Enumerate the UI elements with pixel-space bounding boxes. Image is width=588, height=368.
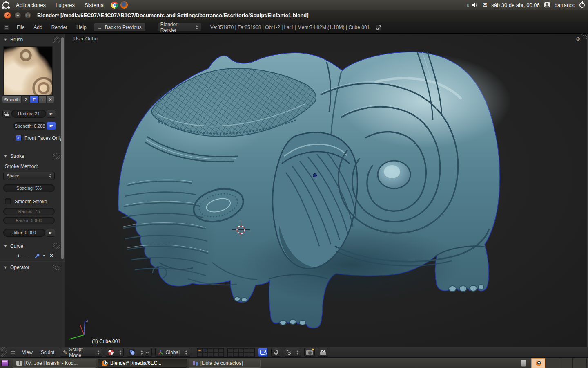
- user-avatar[interactable]: [544, 2, 550, 8]
- opengl-render-button[interactable]: [304, 348, 315, 357]
- media-player-icon: [16, 361, 22, 366]
- back-to-previous-button[interactable]: ← Back to Previous: [94, 23, 146, 31]
- snap-toggle-button[interactable]: [271, 348, 281, 357]
- panel-drag-icon[interactable]: [53, 265, 60, 270]
- blender-icon: [102, 360, 108, 366]
- brush-unlink-button[interactable]: ✕: [46, 96, 54, 103]
- power-icon[interactable]: [579, 2, 585, 8]
- curve-point-button[interactable]: ●: [41, 252, 47, 259]
- workspace-2[interactable]: [545, 358, 559, 368]
- task-contact-list[interactable]: [Lista de contactos]: [189, 359, 261, 368]
- task-label: [07. Joe Hisaishi - Kod...: [24, 360, 78, 366]
- viewport-3d[interactable]: z User Ortho (1) Cube.001 ⊕: [65, 34, 588, 347]
- ubuntu-logo-icon[interactable]: [2, 2, 9, 9]
- updown-arrows-icon: [137, 350, 143, 355]
- workspace-4[interactable]: [573, 358, 587, 368]
- brush-users-count[interactable]: 2: [22, 96, 30, 103]
- task-blender[interactable]: Blender* [/media/6EC...: [98, 359, 187, 368]
- panel-drag-icon[interactable]: [53, 153, 60, 159]
- radius-slider[interactable]: Radius: 24: [11, 110, 46, 118]
- menu-add[interactable]: Add: [29, 25, 47, 30]
- tool-shelf: ▼ Brush Smooth 2 F + ✕ Radius: 24 ☛ Stre…: [0, 34, 65, 347]
- sculpt-scene: z: [65, 34, 588, 347]
- menu-help[interactable]: Help: [72, 25, 91, 30]
- mode-value: Sculpt Mode: [69, 347, 92, 358]
- window-maximize-button[interactable]: ▢: [24, 12, 31, 19]
- radius-pressure-icon[interactable]: ☛: [47, 110, 56, 118]
- workspace-current[interactable]: [531, 358, 545, 368]
- volume-icon[interactable]: [472, 2, 478, 8]
- curve-wrench-icon[interactable]: [32, 252, 41, 259]
- mode-dropdown[interactable]: ✎ Sculpt Mode: [60, 348, 102, 357]
- firefox-launcher-icon[interactable]: [120, 1, 128, 9]
- lock-to-scene-button[interactable]: [258, 348, 268, 357]
- menu-render[interactable]: Render: [47, 25, 72, 30]
- snap-element-dropdown[interactable]: [285, 348, 301, 357]
- pivot-point-group[interactable]: [127, 348, 152, 357]
- brush-add-button[interactable]: +: [38, 96, 46, 103]
- corner-stripes-icon[interactable]: [1, 347, 7, 357]
- unified-radius-lock-icon[interactable]: [2, 110, 11, 118]
- strength-slider[interactable]: Strength: 0.288: [13, 122, 46, 130]
- front-faces-checkbox[interactable]: ✓: [16, 135, 22, 141]
- editor-type-button[interactable]: [10, 350, 16, 355]
- panel-drag-icon[interactable]: [53, 243, 60, 249]
- menu-sculpt[interactable]: Sculpt: [38, 350, 57, 355]
- smooth-factor-slider[interactable]: Factor: 0.900: [3, 217, 55, 224]
- smooth-stroke-checkbox[interactable]: [5, 198, 11, 204]
- sculpt-brush-icon: ✎: [63, 350, 67, 355]
- menu-sistema[interactable]: Sistema: [80, 0, 109, 10]
- menu-file[interactable]: File: [12, 25, 29, 30]
- spacing-slider[interactable]: Spacing: 5%: [3, 184, 55, 192]
- smooth-radius-slider[interactable]: Radius: 75: [3, 208, 55, 215]
- panel-drag-icon[interactable]: [53, 37, 60, 43]
- curve-delete-button[interactable]: ✕: [47, 252, 56, 259]
- window-titlebar[interactable]: ✕ – ▢ Blender* [/media/6EC07AE4C07AB1C7/…: [0, 10, 588, 21]
- manipulator-icon[interactable]: [144, 350, 150, 355]
- brush-name-button[interactable]: Smooth: [2, 96, 22, 103]
- strength-pressure-icon[interactable]: ☛: [47, 122, 56, 130]
- task-label: Blender* [/media/6EC...: [110, 360, 161, 366]
- collapse-triangle-icon: ▼: [4, 38, 7, 42]
- workspace-switcher[interactable]: [531, 358, 587, 368]
- stroke-method-value: Space: [7, 173, 19, 178]
- window-list-icon[interactable]: [1, 360, 9, 366]
- jitter-slider[interactable]: Jitter: 0.000: [3, 229, 45, 237]
- axis-gizmo-icon: z: [69, 319, 88, 339]
- layers-grid-1[interactable]: [197, 348, 224, 357]
- stroke-method-label: Stroke Method:: [5, 164, 38, 169]
- orientation-dropdown[interactable]: Global: [155, 348, 190, 357]
- render-engine-dropdown[interactable]: Blender Render: [157, 23, 201, 31]
- menu-aplicaciones[interactable]: Aplicaciones: [11, 0, 51, 10]
- curve-subtract-button[interactable]: −: [23, 252, 32, 259]
- mail-icon[interactable]: ✉: [482, 2, 487, 8]
- menu-lugares[interactable]: Lugares: [51, 0, 80, 10]
- window-close-button[interactable]: ✕: [4, 12, 11, 19]
- elephant-model[interactable]: [118, 52, 510, 328]
- collapse-triangle-icon: ▼: [4, 244, 7, 248]
- screen-lock-icon: [260, 350, 266, 355]
- chrome-launcher-icon[interactable]: [111, 2, 118, 9]
- brush-fake-user-button[interactable]: F: [30, 96, 38, 103]
- window-minimize-button[interactable]: –: [14, 12, 21, 19]
- contacts-icon: [192, 360, 198, 366]
- menu-view[interactable]: View: [20, 350, 35, 355]
- toolshelf-scrollbar[interactable]: [61, 37, 64, 260]
- jitter-pressure-icon[interactable]: ☛: [46, 229, 55, 237]
- editor-type-button[interactable]: [3, 25, 10, 30]
- properties-region-toggle-icon[interactable]: ⊕: [576, 36, 581, 42]
- network-icon[interactable]: ↑↓: [466, 2, 468, 8]
- trash-icon[interactable]: [520, 360, 527, 367]
- viewport-shading-dropdown[interactable]: [106, 348, 124, 357]
- brush-texture-preview[interactable]: [3, 46, 53, 96]
- clock[interactable]: sáb 30 de abr, 00:06: [491, 2, 540, 8]
- fullscreen-toggle-icon[interactable]: [375, 24, 382, 31]
- shading-sphere-icon: [108, 349, 114, 355]
- layers-grid-2[interactable]: [227, 348, 255, 357]
- workspace-3[interactable]: [559, 358, 573, 368]
- curve-add-button[interactable]: +: [14, 252, 23, 259]
- task-media-player[interactable]: [07. Joe Hisaishi - Kod...: [13, 359, 96, 368]
- username[interactable]: barranco: [555, 2, 575, 8]
- opengl-render-anim-button[interactable]: [318, 348, 328, 357]
- stroke-method-dropdown[interactable]: Space: [3, 172, 55, 180]
